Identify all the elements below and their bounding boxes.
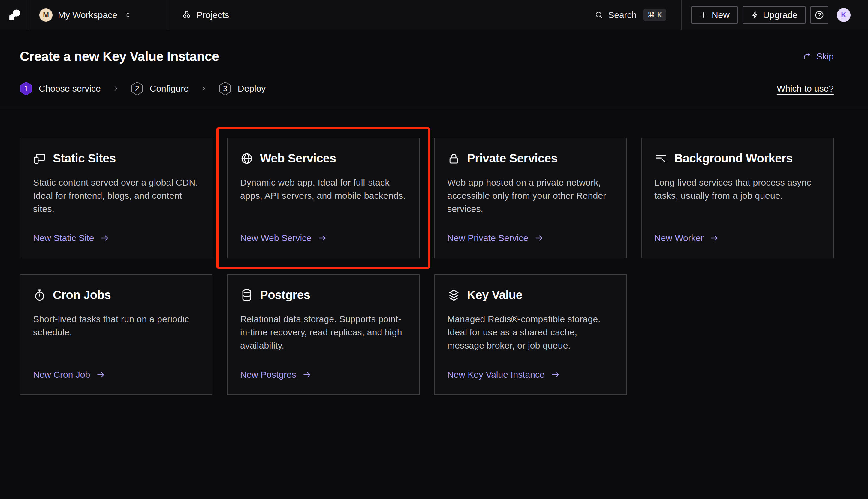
step-2-label: Configure	[150, 84, 189, 94]
arrow-right-icon	[551, 370, 560, 379]
arrow-right-icon	[302, 370, 312, 379]
new-postgres-link[interactable]: New Postgres	[240, 369, 406, 380]
step-2-hexagon: 2	[131, 81, 144, 96]
new-worker-link[interactable]: New Worker	[654, 233, 821, 243]
list-arrow-icon	[654, 152, 668, 165]
card-title: Private Services	[467, 151, 557, 165]
card: Static Sites Static content served over …	[20, 138, 212, 258]
step-1-hexagon: 1	[20, 81, 33, 96]
card-description: Managed Redis®-compatible storage. Ideal…	[447, 313, 613, 352]
new-web-service-link[interactable]: New Web Service	[240, 233, 406, 243]
card: Postgres Relational data storage. Suppor…	[227, 275, 420, 395]
skip-button[interactable]: Skip	[803, 51, 834, 62]
card-description: Relational data storage. Supports point-…	[240, 313, 406, 352]
service-card-private-services: Private Services Web app hosted on a pri…	[434, 138, 627, 258]
card-link-label: New Private Service	[447, 233, 528, 243]
card-description: Static content served over a global CDN.…	[33, 176, 199, 216]
unfold-chevron-icon	[124, 11, 132, 19]
step-3-hexagon: 3	[219, 81, 232, 96]
card: Cron Jobs Short-lived tasks that run on …	[20, 275, 212, 395]
card-description: Long-lived services that process async t…	[654, 176, 821, 202]
arrow-right-icon	[318, 233, 327, 243]
search-icon	[594, 10, 604, 20]
service-cards-grid: Static Sites Static content served over …	[0, 108, 868, 395]
workspace-name: My Workspace	[58, 10, 117, 20]
bolt-icon	[751, 11, 759, 19]
search-shortcut-badge: ⌘ K	[644, 9, 666, 21]
database-icon	[240, 289, 253, 302]
devices-icon	[33, 152, 46, 165]
top-bar-right: Search ⌘ K New Upgrade K	[594, 0, 868, 30]
which-to-use-link[interactable]: Which to use?	[777, 84, 834, 94]
skip-label: Skip	[816, 51, 834, 62]
card-title: Postgres	[260, 288, 310, 302]
question-circle-icon	[814, 10, 824, 20]
step-2-number: 2	[131, 81, 144, 96]
arrow-right-icon	[96, 370, 106, 379]
card-title: Background Workers	[674, 151, 793, 165]
service-card-web-services: Web Services Dynamic web app. Ideal for …	[227, 138, 420, 258]
new-button-label: New	[711, 10, 730, 20]
new-button[interactable]: New	[691, 6, 738, 24]
step-3-label: Deploy	[238, 84, 265, 94]
arrow-right-icon	[709, 233, 719, 243]
card-title: Static Sites	[53, 151, 116, 165]
new-private-service-link[interactable]: New Private Service	[447, 233, 613, 243]
new-cron-job-link[interactable]: New Cron Job	[33, 369, 199, 380]
render-dashboard: M My Workspace Projects Search ⌘ K New U…	[0, 0, 868, 499]
card-link-label: New Static Site	[33, 233, 94, 243]
page-title: Create a new Key Value Instance	[20, 49, 219, 64]
projects-icon	[182, 10, 192, 20]
card-description: Short-lived tasks that run on a periodic…	[33, 313, 199, 339]
divider	[681, 0, 682, 30]
card-title: Key Value	[467, 288, 522, 302]
card-link-label: New Key Value Instance	[447, 369, 545, 380]
card-description: Dynamic web app. Ideal for full-stack ap…	[240, 176, 406, 202]
step-1-label: Choose service	[39, 84, 101, 94]
card: Background Workers Long-lived services t…	[641, 138, 834, 258]
card-description: Web app hosted on a private network, acc…	[447, 176, 613, 216]
top-bar: M My Workspace Projects Search ⌘ K New U…	[0, 0, 868, 30]
new-static-site-link[interactable]: New Static Site	[33, 233, 199, 243]
card-title: Cron Jobs	[53, 288, 111, 302]
search-label: Search	[608, 10, 636, 20]
service-card-key-value: Key Value Managed Redis®-compatible stor…	[434, 275, 627, 395]
card-title: Web Services	[260, 151, 336, 165]
chevron-right-icon	[112, 84, 120, 93]
card: Web Services Dynamic web app. Ideal for …	[227, 138, 420, 258]
card-link-label: New Worker	[654, 233, 704, 243]
projects-label: Projects	[197, 10, 229, 20]
service-card-postgres: Postgres Relational data storage. Suppor…	[227, 275, 420, 395]
step-1-number: 1	[20, 81, 33, 96]
step-choose-service: 1 Choose service	[20, 81, 101, 96]
wizard-header: Create a new Key Value Instance Skip 1 C…	[0, 30, 868, 108]
help-button[interactable]	[810, 6, 828, 24]
plus-icon	[699, 11, 708, 19]
stopwatch-icon	[33, 289, 46, 302]
step-deploy: 3 Deploy	[219, 81, 265, 96]
service-card-static-sites: Static Sites Static content served over …	[20, 138, 212, 258]
projects-nav[interactable]: Projects	[169, 0, 229, 30]
render-logo[interactable]	[0, 0, 28, 30]
render-logo-icon	[8, 8, 21, 22]
service-card-background-workers: Background Workers Long-lived services t…	[641, 138, 834, 258]
chevron-right-icon	[200, 84, 208, 93]
arrow-right-icon	[100, 233, 110, 243]
workspace-switcher[interactable]: M My Workspace	[29, 0, 168, 30]
user-avatar[interactable]: K	[837, 8, 851, 22]
card: Private Services Web app hosted on a pri…	[434, 138, 627, 258]
workspace-avatar: M	[39, 9, 52, 22]
wizard-steps: 1 Choose service 2 Configure 3 Deploy	[20, 81, 834, 96]
globe-icon	[240, 152, 253, 165]
new-key-value-instance-link[interactable]: New Key Value Instance	[447, 369, 613, 380]
arrow-right-icon	[534, 233, 544, 243]
card-link-label: New Cron Job	[33, 369, 90, 380]
card-link-label: New Web Service	[240, 233, 312, 243]
lock-icon	[447, 152, 460, 165]
skip-arrow-icon	[803, 52, 812, 61]
upgrade-button-label: Upgrade	[763, 10, 797, 20]
search-button[interactable]: Search ⌘ K	[594, 9, 666, 21]
step-3-number: 3	[219, 81, 232, 96]
layers-icon	[447, 289, 460, 302]
upgrade-button[interactable]: Upgrade	[743, 6, 806, 24]
